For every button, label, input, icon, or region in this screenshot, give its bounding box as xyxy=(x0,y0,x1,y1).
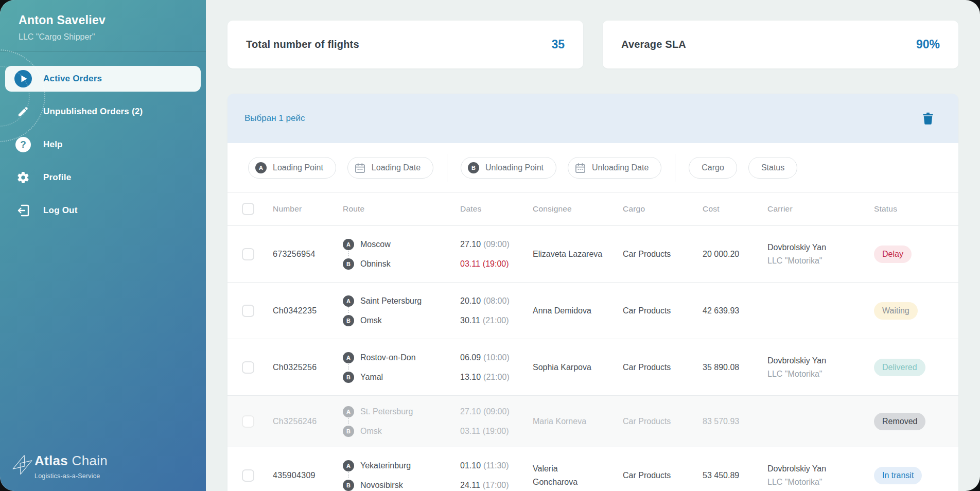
route: AYekaterinburgBNovosibirsk xyxy=(343,458,455,491)
filter-chip-unloading-date[interactable]: Unloading Date xyxy=(568,157,661,179)
row-checkbox[interactable] xyxy=(242,361,254,374)
row-checkbox-cell xyxy=(227,361,273,374)
row-checkbox-cell xyxy=(227,248,273,260)
status-badge: Removed xyxy=(874,413,925,430)
calendar-icon xyxy=(575,163,586,173)
column-header-carrier: Carrier xyxy=(767,204,870,214)
sidebar-item-help[interactable]: ?Help xyxy=(5,132,201,157)
selection-bar: Выбран 1 рейс xyxy=(227,94,958,143)
filter-chip-label: Unloading Point xyxy=(485,163,544,172)
status-cell: Waiting xyxy=(870,302,958,320)
column-header-consignee: Consignee xyxy=(533,204,623,214)
cost: 53 450.89 xyxy=(703,471,767,480)
sidebar-divider xyxy=(0,51,206,51)
status-cell: Removed xyxy=(870,413,958,430)
date-line: 30.11(21:00) xyxy=(460,313,528,328)
logout-icon xyxy=(12,204,34,217)
filter-chip-loading-date[interactable]: Loading Date xyxy=(347,157,433,179)
calendar-icon xyxy=(355,163,365,173)
filter-chip-label: Status xyxy=(761,163,784,172)
route-to: Yamal xyxy=(360,373,383,382)
carrier-name: Dovbrolskiy Yan xyxy=(767,354,865,367)
dates: 27.10(09:00)03.11(19:00) xyxy=(460,237,528,272)
app-window: Anton Saveliev LLC "Cargo Shipper" Activ… xyxy=(0,0,980,491)
column-header-dates: Dates xyxy=(460,204,533,214)
stat-card-average-sla: Average SLA90% xyxy=(603,21,958,68)
stat-value: 35 xyxy=(551,38,565,51)
sidebar-item-active-orders[interactable]: Active Orders xyxy=(5,66,201,92)
cost: 83 570.93 xyxy=(703,417,767,426)
status-cell: Delay xyxy=(870,246,958,263)
status-badge: Waiting xyxy=(874,302,918,320)
sidebar-item-label: Help xyxy=(43,139,63,150)
order-number: 435904309 xyxy=(273,471,343,480)
cost: 20 000.20 xyxy=(703,250,767,259)
stat-label: Average SLA xyxy=(621,39,686,50)
row-checkbox[interactable] xyxy=(242,469,254,482)
consignee: Valeria Goncharova xyxy=(533,462,623,489)
route-to: Obninsk xyxy=(360,259,391,269)
orders-panel: Выбран 1 рейс ALoading PointLoading Date… xyxy=(227,94,958,491)
filter-chip-label: Unloading Date xyxy=(592,163,649,172)
row-checkbox[interactable] xyxy=(242,415,254,428)
table-row: Ch0342235ASaint PetersburgBOmsk20.10(08:… xyxy=(227,283,958,339)
cargo: Car Products xyxy=(623,250,703,259)
row-checkbox[interactable] xyxy=(242,305,254,317)
cargo: Car Products xyxy=(623,471,703,480)
route-to: Omsk xyxy=(360,316,382,325)
brand-name: Atlas Chain xyxy=(34,453,108,469)
order-number: Ch0325256 xyxy=(273,363,343,372)
date-line: 01.10(11:30) xyxy=(460,458,528,474)
consignee: Elizaveta Lazareva xyxy=(533,248,623,261)
brand-tagline: Logistics-as-a-Service xyxy=(34,472,108,483)
cost: 42 639.93 xyxy=(703,306,767,315)
filter-chip-status[interactable]: Status xyxy=(748,157,797,179)
carrier: Dovbrolskiy YanLLC "Motorika" xyxy=(767,354,870,381)
orders-table: ALoading PointLoading DateBUnloading Poi… xyxy=(227,143,958,491)
route: ASt. PetersburgBOmsk xyxy=(343,404,455,439)
selection-count-text: Выбран 1 рейс xyxy=(244,113,305,124)
route-from: St. Petersburg xyxy=(360,407,413,416)
dates: 20.10(08:00)30.11(21:00) xyxy=(460,293,528,328)
status-badge: In transit xyxy=(874,467,922,484)
filter-chip-cargo[interactable]: Cargo xyxy=(689,157,737,179)
a-badge-icon: A xyxy=(343,460,354,471)
filter-chip-unloading-point[interactable]: BUnloading Point xyxy=(461,157,556,179)
filter-chip-loading-point[interactable]: ALoading Point xyxy=(248,157,336,179)
b-badge-icon: B xyxy=(343,480,354,491)
pencil-icon xyxy=(12,106,34,118)
status-cell: In transit xyxy=(870,467,958,484)
cost: 35 890.08 xyxy=(703,363,767,372)
sidebar-item-profile[interactable]: Profile xyxy=(5,165,201,190)
select-all-checkbox[interactable] xyxy=(242,203,254,215)
cargo: Car Products xyxy=(623,417,703,426)
b-badge-icon: B xyxy=(343,315,354,326)
consignee: Sophia Karpova xyxy=(533,361,623,374)
sidebar-item-log-out[interactable]: Log Out xyxy=(5,198,201,223)
b-badge-icon: B xyxy=(343,372,354,383)
play-icon xyxy=(12,70,34,87)
sidebar: Anton Saveliev LLC "Cargo Shipper" Activ… xyxy=(0,0,206,491)
trash-icon[interactable] xyxy=(922,112,934,125)
filters-divider xyxy=(675,154,675,182)
table-header: NumberRouteDatesConsigneeCargoCostCarrie… xyxy=(227,192,958,226)
date-line: 03.11(19:00) xyxy=(460,256,528,272)
column-header-number: Number xyxy=(273,204,343,214)
route: ASaint PetersburgBOmsk xyxy=(343,293,455,328)
b-badge-icon: B xyxy=(343,258,354,270)
route: AMoscowBObninsk xyxy=(343,237,455,272)
table-row: 435904309AYekaterinburgBNovosibirsk01.10… xyxy=(227,447,958,491)
stats-row: Total number of flights35Average SLA90% xyxy=(227,21,958,68)
table-row: Ch0325256ARostov-on-DonBYamal06.09(10:00… xyxy=(227,339,958,396)
route-from: Yekaterinburg xyxy=(360,461,411,470)
row-checkbox-cell xyxy=(227,415,273,428)
sidebar-item-label: Log Out xyxy=(43,205,78,216)
a-badge-icon: A xyxy=(343,352,354,363)
route-from: Moscow xyxy=(360,240,391,249)
select-all-checkbox-cell xyxy=(227,203,273,215)
sidebar-item-unpublished-orders-2[interactable]: Unpublished Orders (2) xyxy=(5,99,201,125)
filters-row: ALoading PointLoading DateBUnloading Poi… xyxy=(227,143,958,192)
filter-chip-label: Loading Date xyxy=(372,163,421,172)
row-checkbox[interactable] xyxy=(242,248,254,260)
sidebar-item-label: Unpublished Orders (2) xyxy=(43,107,143,117)
